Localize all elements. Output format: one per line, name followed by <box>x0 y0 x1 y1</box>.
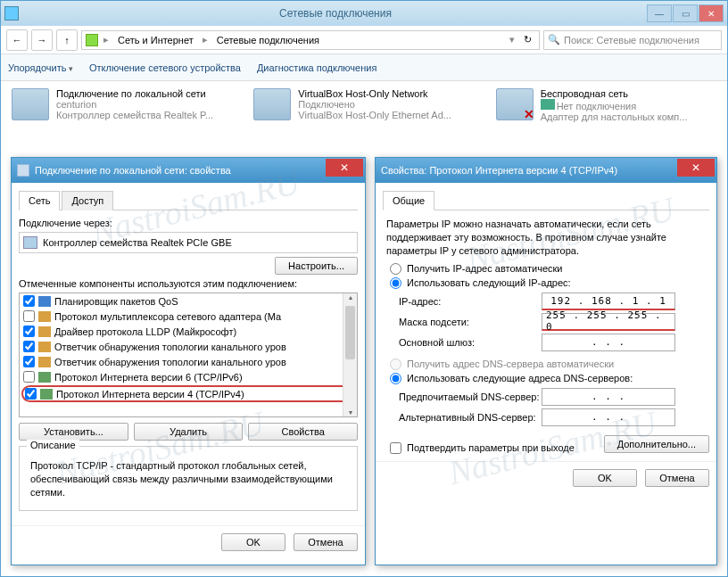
protocol-icon <box>40 389 53 400</box>
component-label: Протокол Интернета версии 6 (TCP/IPv6) <box>54 372 243 383</box>
search-input[interactable]: 🔍 Поиск: Сетевые подключения <box>543 30 722 50</box>
actions-toolbar: Упорядочить Отключение сетевого устройст… <box>1 54 727 81</box>
dns2-input[interactable]: . . . <box>542 408 675 426</box>
gateway-input[interactable]: . . . <box>542 334 675 351</box>
close-button[interactable]: ✕ <box>699 4 724 22</box>
radio-auto-dns <box>390 359 401 370</box>
nav-toolbar: ← → ↑ ▸ Сеть и Интернет ▸ Сетевые подклю… <box>1 26 727 54</box>
component-label: Ответчик обнаружения топологии канальног… <box>54 357 286 367</box>
lan-icon <box>12 88 49 120</box>
component-item[interactable]: Протокол Интернета версии 4 (TCP/IPv4) <box>21 385 355 402</box>
connect-via-label: Подключение через: <box>19 218 358 228</box>
protocol-icon <box>38 311 51 322</box>
component-checkbox[interactable] <box>25 388 37 400</box>
minimize-button[interactable]: — <box>647 4 672 22</box>
component-label: Протокол мультиплексора сетевого адаптер… <box>54 311 281 322</box>
subnet-mask-input[interactable]: 255 . 255 . 255 . 0 <box>542 313 675 331</box>
diagnose-button[interactable]: Диагностика подключения <box>257 62 376 73</box>
back-button[interactable]: ← <box>6 29 28 51</box>
confirm-on-exit-checkbox[interactable] <box>390 442 401 454</box>
properties-button[interactable]: Свойства <box>248 423 358 441</box>
component-checkbox[interactable] <box>23 356 35 367</box>
radio-manual-ip[interactable] <box>390 277 401 289</box>
adapter-display: Контроллер семейства Realtek PCIe GBE <box>19 232 358 253</box>
protocol-icon <box>38 342 51 352</box>
ok-button[interactable]: OK <box>221 533 285 551</box>
tab-general[interactable]: Общие <box>383 191 434 210</box>
component-item[interactable]: Драйвер протокола LLDP (Майкрософт) <box>20 324 357 339</box>
ok-button[interactable]: OK <box>573 469 637 487</box>
scrollbar[interactable] <box>343 293 357 416</box>
tab-network[interactable]: Сеть <box>19 191 60 210</box>
component-label: Ответчик обнаружения топологии канальног… <box>54 342 286 352</box>
dns1-input[interactable]: . . . <box>542 388 675 406</box>
configure-button[interactable]: Настроить... <box>275 257 358 275</box>
ipv4-properties-dialog: Свойства: Протокол Интернета версии 4 (T… <box>375 157 717 565</box>
install-button[interactable]: Установить... <box>19 423 128 441</box>
component-checkbox[interactable] <box>23 371 35 383</box>
up-button[interactable]: ↑ <box>56 29 78 51</box>
component-label: Драйвер протокола LLDP (Майкрософт) <box>54 326 236 337</box>
components-list[interactable]: Планировщик пакетов QoS Протокол мультип… <box>19 293 358 417</box>
scroll-thumb[interactable] <box>345 306 355 359</box>
protocol-icon <box>38 326 51 337</box>
organize-menu[interactable]: Упорядочить <box>8 62 73 73</box>
close-button[interactable]: ✕ <box>326 159 363 177</box>
control-panel-icon <box>4 6 19 21</box>
disable-device-button[interactable]: Отключение сетевого устройства <box>89 62 241 73</box>
close-button[interactable]: ✕ <box>677 159 715 177</box>
component-item[interactable]: Ответчик обнаружения топологии канальног… <box>20 339 357 354</box>
ip-address-input[interactable]: 192 . 168 . 1 . 1 <box>542 293 675 310</box>
description-group: Описание Протокол TCP/IP - стандартный п… <box>19 446 358 511</box>
radio-manual-dns[interactable] <box>390 373 401 384</box>
tab-access[interactable]: Доступ <box>62 191 113 210</box>
connection-item-wifi[interactable]: Беспроводная сеть Нет подключения Адапте… <box>496 88 716 122</box>
breadcrumb[interactable]: ▸ Сеть и Интернет ▸ Сетевые подключения … <box>81 30 540 50</box>
adapter-icon <box>17 164 29 177</box>
search-icon: 🔍 <box>548 34 560 45</box>
connection-item-vbox[interactable]: VirtualBox Host-Only Network Подключено … <box>253 88 474 122</box>
uninstall-button[interactable]: Удалить <box>134 423 244 441</box>
lan-icon <box>253 88 291 120</box>
breadcrumb-seg[interactable]: Сеть и Интернет <box>114 35 197 45</box>
component-item[interactable]: Протокол мультиплексора сетевого адаптер… <box>20 309 357 324</box>
refresh-icon[interactable]: ↻ <box>520 34 535 45</box>
advanced-button[interactable]: Дополнительно... <box>604 435 709 453</box>
protocol-icon <box>38 357 51 367</box>
protocol-icon <box>38 372 51 383</box>
component-checkbox[interactable] <box>23 310 35 322</box>
radio-auto-ip[interactable] <box>390 263 401 275</box>
component-label: Планировщик пакетов QoS <box>54 296 178 307</box>
breadcrumb-seg[interactable]: Сетевые подключения <box>213 35 323 45</box>
component-item[interactable]: Протокол Интернета версии 6 (TCP/IPv6) <box>20 369 357 384</box>
component-item[interactable]: Планировщик пакетов QoS <box>20 293 357 309</box>
component-checkbox[interactable] <box>23 341 35 352</box>
cancel-button[interactable]: Отмена <box>294 533 358 551</box>
connection-item-lan[interactable]: Подключение по локальной сети centurion … <box>12 88 232 122</box>
component-label: Протокол Интернета версии 4 (TCP/IPv4) <box>56 389 244 400</box>
network-icon <box>86 34 98 46</box>
signal-bars-icon <box>541 99 555 110</box>
cancel-button[interactable]: Отмена <box>645 469 709 487</box>
connections-pane: Подключение по локальной сети centurion … <box>1 81 727 129</box>
window-title: Сетевые подключения <box>24 7 647 20</box>
intro-text: Параметры IP можно назначать автоматичес… <box>386 218 706 258</box>
component-checkbox[interactable] <box>23 295 35 307</box>
dialog-titlebar[interactable]: Свойства: Протокол Интернета версии 4 (T… <box>376 158 716 183</box>
component-checkbox[interactable] <box>23 326 35 337</box>
nic-icon <box>23 236 37 249</box>
protocol-icon <box>38 296 51 307</box>
component-item[interactable]: Ответчик обнаружения топологии канальног… <box>20 354 357 369</box>
maximize-button[interactable]: ▭ <box>673 4 698 22</box>
components-label: Отмеченные компоненты используются этим … <box>19 278 358 289</box>
forward-button[interactable]: → <box>31 29 53 51</box>
main-titlebar: Сетевые подключения — ▭ ✕ <box>1 1 727 26</box>
wifi-icon <box>496 88 534 120</box>
lan-properties-dialog: Подключение по локальной сети: свойства … <box>11 157 366 565</box>
dialog-titlebar[interactable]: Подключение по локальной сети: свойства … <box>12 158 365 183</box>
